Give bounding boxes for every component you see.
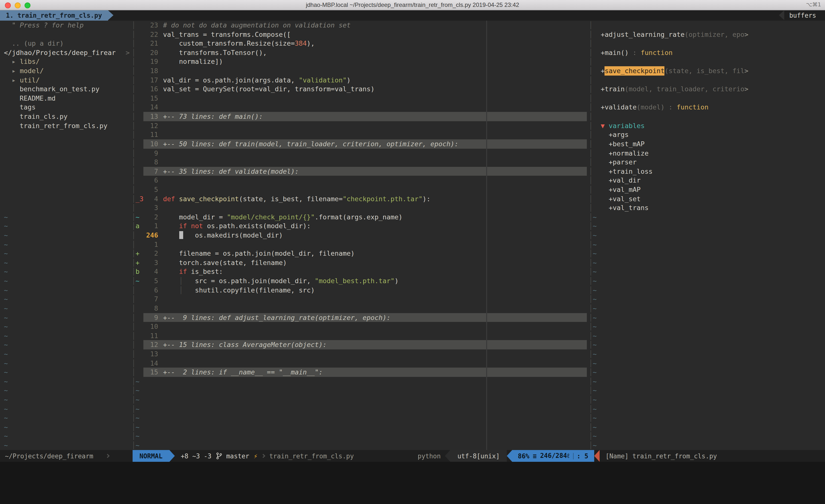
folded-code-line[interactable]: │12+-- 15 lines: class AverageMeter(obje… — [132, 340, 589, 349]
code-line[interactable]: │+3 torch.save(state, filename) — [132, 258, 589, 267]
code-line[interactable]: │6 — [132, 176, 589, 185]
code-line[interactable]: │7 — [132, 295, 589, 304]
folded-code-line[interactable]: │7+-- 35 lines: def validate(model): — [132, 167, 589, 176]
code-line[interactable]: │~2 model_dir = "model/check_point/{}".f… — [132, 213, 589, 222]
zoom-button[interactable] — [24, 2, 30, 8]
powerline-arrow-icon — [169, 450, 175, 462]
tag-entry[interactable]: │ +best_mAP — [589, 139, 825, 149]
tree-dir-item[interactable]: ▸ libs/ — [0, 57, 132, 66]
code-line[interactable]: │a1 if not os.path.exists(model_dir): — [132, 222, 589, 231]
code-line[interactable]: │8 — [132, 304, 589, 313]
code-line[interactable]: │10 — [132, 322, 589, 331]
filler-line: │~ — [589, 349, 825, 358]
code-line[interactable]: │19 normalize]) — [132, 57, 589, 66]
statusline-position: 86% ≡ 246/284ℓ : 5 — [512, 450, 594, 462]
code-line[interactable]: │_34def save_checkpoint(state, is_best, … — [132, 194, 589, 203]
code-line[interactable]: │21 custom_transform.Resize(size=384), — [132, 39, 589, 48]
folded-code-line[interactable]: │9+-- 9 lines: def adjust_learning_rate(… — [132, 313, 589, 322]
tag-entry[interactable]: │ +adjust_learning_rate(optimizer, epo> — [589, 30, 825, 39]
tag-section-header[interactable]: │ ▼ variables — [589, 121, 825, 130]
cwd-path: ~/Projects/deep_firearm — [5, 452, 93, 459]
tree-root[interactable]: </jdhao/Projects/deep_firear> — [0, 48, 132, 57]
window-separator: │ — [589, 103, 593, 112]
window-separator: │ — [589, 331, 593, 340]
tag-entry[interactable]: │ +val_trans — [589, 203, 825, 212]
code-line[interactable]: │1 — [132, 240, 589, 249]
filler-line: ~ — [0, 285, 132, 295]
tag-entry[interactable]: │ +main() : function — [589, 48, 825, 57]
blank-line — [0, 167, 132, 176]
code-line[interactable]: │14 — [132, 358, 589, 367]
editor-rows: │23# do not do data augmentation on vali… — [132, 21, 589, 450]
tag-entry[interactable]: │ +val_dir — [589, 176, 825, 185]
window-separator: │ — [132, 112, 136, 121]
code-line[interactable]: │3 — [132, 203, 589, 212]
tag-entry[interactable]: │ +train(model, train_loader, criterio> — [589, 85, 825, 94]
line-number: 12 — [143, 340, 158, 349]
folded-code-line[interactable]: │10+-- 50 lines: def train(model, train_… — [132, 139, 589, 149]
tag-entry[interactable]: │ +save_checkpoint(state, is_best, fil> — [589, 66, 825, 75]
minimize-button[interactable] — [15, 2, 21, 8]
chevron-right-icon — [261, 454, 266, 458]
tab-train-retr-from-cls[interactable]: 1. train_retr_from_cls.py — [0, 10, 108, 21]
gutter-sign: ~ — [136, 213, 143, 222]
code-line[interactable]: │11 — [132, 130, 589, 139]
window-separator: │ — [589, 213, 593, 222]
code-line[interactable]: │12 — [132, 121, 589, 130]
filler-line: │~ — [589, 413, 825, 422]
window-separator: │ — [132, 395, 136, 404]
code-line[interactable]: │6 │ shutil.copyfile(filename, src) — [132, 285, 589, 295]
tag-entry[interactable]: │ +train_loss — [589, 167, 825, 176]
line-number: 8 — [143, 304, 158, 313]
tag-entry[interactable]: │ +validate(model) : function — [589, 103, 825, 112]
close-button[interactable] — [5, 2, 11, 8]
window-separator: │ — [132, 367, 136, 376]
folded-code-line[interactable]: │15+-- 2 lines: if __name__ == "__main__… — [132, 367, 589, 376]
code-line[interactable]: │9 — [132, 149, 589, 158]
tree-file-item[interactable]: train_retr_from_cls.py — [0, 121, 132, 130]
window-separator: │ — [589, 240, 593, 249]
tree-file-item[interactable]: tags — [0, 103, 132, 112]
tree-file-item[interactable]: README.md — [0, 94, 132, 103]
tabline: 1. train_retr_from_cls.py buffers — [0, 10, 825, 21]
code-line[interactable]: │11 — [132, 331, 589, 340]
code-line[interactable]: │18 — [132, 66, 589, 75]
code-line[interactable]: │246 os.makedirs(model_dir) — [132, 231, 589, 240]
code-line[interactable]: │20 transforms.ToTensor(), — [132, 48, 589, 57]
tree-dir-item[interactable]: ▸ util/ — [0, 75, 132, 84]
folded-code-line[interactable]: │13+-- 73 lines: def main(): — [132, 112, 589, 121]
window-separator: │ — [132, 139, 136, 149]
code-line[interactable]: │+2 filename = os.path.join(model_dir, f… — [132, 249, 589, 258]
tree-file-item[interactable]: train_cls.py — [0, 112, 132, 121]
tag-entry[interactable]: │ +parser — [589, 158, 825, 167]
tree-dir-item[interactable]: ▸ model/ — [0, 66, 132, 75]
filler-line: │~ — [589, 295, 825, 304]
tag-entry[interactable]: │ +val_mAP — [589, 185, 825, 194]
line-number: 16 — [143, 85, 158, 94]
tag-entry[interactable]: │ +val_set — [589, 194, 825, 203]
code-line[interactable]: │16val_set = QuerySet(root=val_dir, tran… — [132, 85, 589, 94]
filler-line: │~ — [589, 331, 825, 340]
tag-entry[interactable]: │ +args — [589, 130, 825, 139]
code-line[interactable]: │15 — [132, 94, 589, 103]
code-line[interactable]: │8 — [132, 158, 589, 167]
tag-entry[interactable]: │ +normalize — [589, 149, 825, 158]
code-line[interactable]: │17val_dir = os.path.join(args.data, "va… — [132, 75, 589, 84]
tree-file-item[interactable]: benchmark_on_test.py — [0, 85, 132, 94]
code-line[interactable]: │22val_trans = transforms.Compose([ — [132, 30, 589, 39]
filler-line: │~ — [589, 322, 825, 331]
code-line[interactable]: │13 — [132, 349, 589, 358]
line-number: 1 — [143, 240, 158, 249]
filler-line: ~ — [0, 231, 132, 240]
window-separator: │ — [132, 121, 136, 130]
tree-up-dir[interactable]: .. (up a dir) — [0, 39, 132, 48]
code-line[interactable]: │5 — [132, 185, 589, 194]
powerline-arrow-icon — [445, 450, 451, 462]
code-line[interactable]: │14 — [132, 103, 589, 112]
code-line[interactable]: │23# do not do data augmentation on vali… — [132, 21, 589, 30]
code-line[interactable]: │~5 │ src = os.path.join(model_dir, "mod… — [132, 276, 589, 285]
window-controls — [5, 2, 30, 8]
line-number: 3 — [143, 258, 158, 267]
filler-line: │~ — [589, 276, 825, 285]
code-line[interactable]: │b4 if is_best: — [132, 267, 589, 276]
